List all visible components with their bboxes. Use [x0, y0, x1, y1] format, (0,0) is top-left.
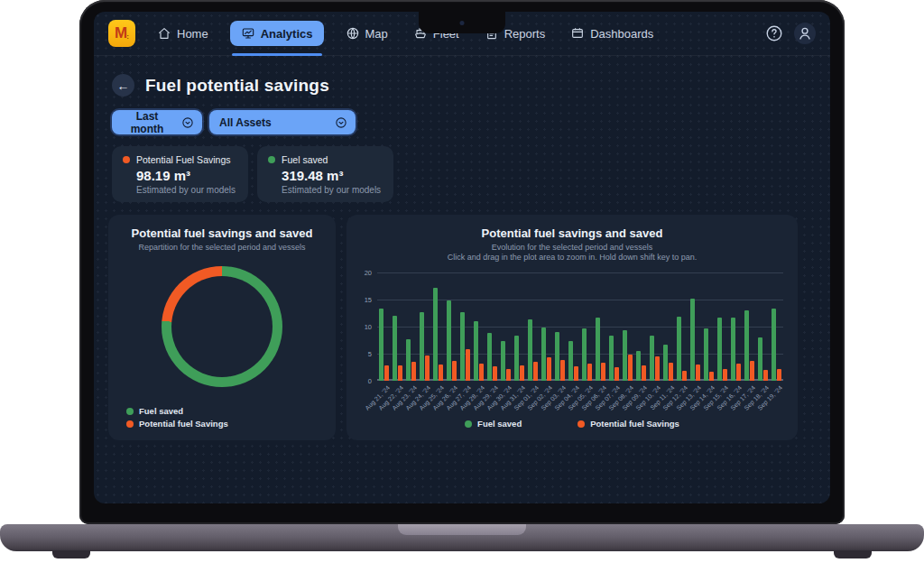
donut-ring — [162, 266, 282, 387]
user-icon[interactable] — [794, 23, 816, 44]
bar-fuel-saved — [460, 312, 465, 381]
legend-color-dot — [126, 408, 134, 415]
bar-group — [743, 272, 756, 381]
chevron-down-icon — [172, 116, 194, 129]
y-axis-tick: 15 — [352, 296, 372, 304]
bar-potential-fuel-savings — [384, 365, 389, 381]
bar-group — [729, 272, 743, 381]
stats-row: Potential Fuel Savings98.19 m³Estimated … — [112, 146, 816, 202]
bar-potential-fuel-savings — [669, 363, 673, 381]
legend-color-dot — [578, 420, 585, 428]
bar-fuel-saved — [758, 337, 762, 381]
bar-fuel-saved — [663, 345, 668, 381]
page-content: ← Fuel potential savings Last monthAll A… — [94, 56, 830, 451]
dropdown-label: All Assets — [219, 116, 272, 129]
bar-fuel-saved — [474, 321, 478, 381]
bar-plot-area[interactable]: 05101520 — [377, 272, 783, 381]
dropdown-label: Last month — [122, 110, 172, 135]
laptop-base-grip — [398, 524, 526, 535]
bar-potential-fuel-savings — [601, 363, 605, 381]
bar-fuel-saved — [731, 318, 735, 381]
bar-group — [634, 272, 648, 381]
assets-dropdown[interactable]: All Assets — [209, 110, 356, 134]
stat-note: Estimated by our models — [282, 185, 381, 195]
period-dropdown[interactable]: Last month — [112, 110, 202, 134]
donut-chart-card: Potential fuel savings and saved Reparti… — [108, 215, 336, 440]
nav-item-label: Reports — [504, 27, 546, 41]
bar-potential-fuel-savings — [614, 367, 619, 381]
map-icon — [346, 26, 360, 41]
bar-fuel-saved — [650, 336, 654, 381]
bar-fuel-saved — [393, 316, 397, 381]
bar-group — [404, 272, 418, 381]
legend-item-fuel-saved[interactable]: Fuel saved — [126, 406, 228, 416]
back-button[interactable]: ← — [112, 74, 134, 97]
bar-fuel-saved — [514, 336, 519, 381]
bar-group — [540, 272, 553, 381]
bar-fuel-saved — [447, 300, 451, 381]
bar-potential-fuel-savings — [736, 364, 741, 381]
bar-potential-fuel-savings — [439, 365, 443, 381]
bar-chart-card: Potential fuel savings and saved Evoluti… — [346, 215, 798, 440]
bar-fuel-saved — [677, 317, 681, 381]
bar-group — [661, 272, 675, 381]
nav-item-label: Map — [365, 27, 388, 41]
stat-label: Potential Fuel Savings — [136, 154, 230, 165]
bar-legend: Fuel savedPotential fuel Savings — [346, 419, 798, 429]
laptop-screen: M: HomeAnalyticsMapFleetReportsDashboard… — [94, 12, 830, 503]
bar-group — [458, 272, 472, 381]
nav-item-map[interactable]: Map — [342, 21, 392, 46]
bar-potential-fuel-savings — [750, 361, 754, 381]
help-icon[interactable] — [763, 23, 785, 44]
legend-item-potential-fuel-savings[interactable]: Potential fuel Savings — [578, 419, 679, 429]
bar-potential-fuel-savings — [398, 365, 402, 381]
bar-fuel-saved — [704, 328, 708, 381]
donut-chart[interactable] — [162, 266, 282, 387]
bar-group — [607, 272, 621, 381]
stat-value: 319.48 m³ — [282, 168, 381, 183]
y-axis-tick: 10 — [352, 323, 372, 331]
legend-item-potential-fuel-savings[interactable]: Potential fuel Savings — [126, 419, 228, 429]
bar-fuel-saved — [406, 339, 411, 381]
laptop-foot-left — [52, 550, 90, 558]
laptop-foot-right — [834, 550, 872, 558]
bar-potential-fuel-savings — [466, 349, 470, 381]
bar-group — [621, 272, 634, 381]
bar-card-subtitle-2: Click and drag in the plot area to zoom … — [346, 253, 798, 262]
bar-fuel-saved — [568, 341, 573, 381]
bar-card-title: Potential fuel savings and saved — [346, 226, 798, 240]
stat-color-dot — [123, 156, 130, 163]
bar-group — [377, 272, 391, 381]
bar-group — [485, 272, 499, 381]
stat-value: 98.19 m³ — [136, 168, 236, 183]
bar-fuel-saved — [623, 330, 627, 381]
legend-color-dot — [465, 420, 472, 428]
bar-fuel-saved — [433, 288, 438, 381]
bar-fuel-saved — [717, 318, 722, 381]
bar-fuel-saved — [690, 299, 695, 381]
bar-potential-fuel-savings — [506, 369, 511, 381]
legend-label: Fuel saved — [139, 406, 183, 416]
bar-potential-fuel-savings — [411, 362, 416, 381]
bar-fuel-saved — [501, 341, 505, 381]
nav-item-home[interactable]: Home — [153, 21, 212, 46]
bar-group — [702, 272, 716, 381]
legend-item-fuel-saved[interactable]: Fuel saved — [465, 419, 522, 429]
stat-card-header: Fuel saved — [268, 154, 381, 165]
app-logo[interactable]: M: — [108, 20, 135, 47]
nav-item-analytics[interactable]: Analytics — [230, 21, 324, 46]
y-axis-tick: 5 — [352, 350, 372, 358]
bar-potential-fuel-savings — [560, 360, 565, 381]
bar-group — [594, 272, 607, 381]
bar-potential-fuel-savings — [682, 371, 687, 381]
bar-potential-fuel-savings — [520, 365, 524, 381]
bar-group — [688, 272, 702, 381]
chevron-down-icon — [326, 116, 347, 129]
nav-item-dashboards[interactable]: Dashboards — [567, 21, 657, 46]
bar-group — [513, 272, 526, 381]
bar-fuel-saved — [420, 312, 424, 381]
bar-potential-fuel-savings — [628, 355, 633, 381]
stat-label: Fuel saved — [282, 154, 328, 165]
bars-container — [377, 272, 783, 381]
legend-label: Fuel saved — [477, 419, 522, 429]
